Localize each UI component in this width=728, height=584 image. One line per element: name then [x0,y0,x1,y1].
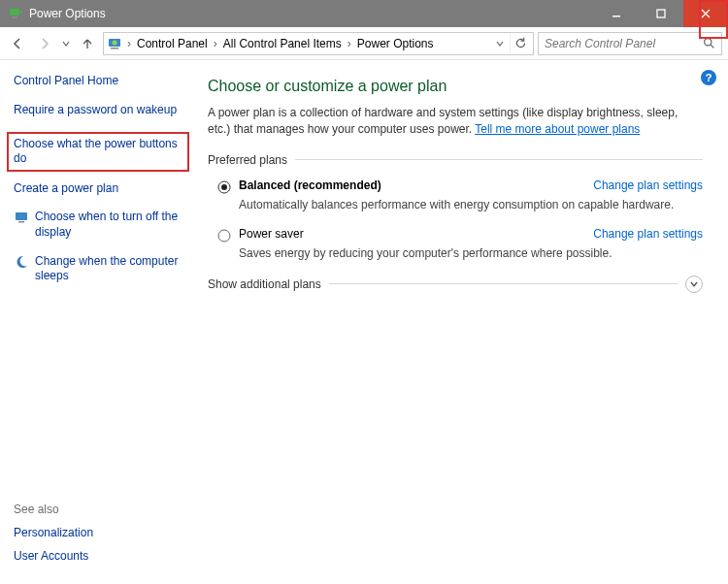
back-button[interactable] [6,32,29,55]
svg-rect-10 [16,212,27,220]
task-create-plan[interactable]: Create a power plan [14,181,182,197]
show-more-label: Show additional plans [208,277,321,291]
show-additional-plans[interactable]: Show additional plans [208,276,703,293]
refresh-button[interactable] [510,33,531,54]
svg-rect-7 [111,48,118,49]
section-label-text: Preferred plans [208,153,287,167]
svg-point-13 [221,184,227,190]
see-also-header: See also [14,503,182,516]
chevron-down-icon[interactable] [685,276,703,293]
svg-point-14 [218,230,230,242]
control-panel-home-link[interactable]: Control Panel Home [14,74,182,87]
display-icon [14,210,29,225]
task-power-buttons[interactable]: Choose what the power buttons do [7,132,189,172]
plan-name[interactable]: Power saver [239,227,304,241]
search-box[interactable] [538,32,722,55]
task-require-password[interactable]: Require a password on wakeup [14,103,182,118]
chevron-right-icon: › [212,37,219,50]
window-title: Power Options [29,7,106,20]
recent-locations-button[interactable] [60,40,72,48]
radio-unselected-icon[interactable] [217,229,231,243]
address-bar[interactable]: › Control Panel › All Control Panel Item… [103,32,534,55]
divider [329,283,678,284]
svg-rect-4 [657,10,665,17]
search-icon[interactable] [700,35,717,52]
see-also-personalization[interactable]: Personalization [14,526,182,539]
task-label: Require a password on wakeup [14,103,177,118]
moon-icon [14,254,29,270]
address-dropdown-button[interactable] [492,33,508,54]
change-plan-settings-link[interactable]: Change plan settings [593,178,703,192]
chevron-right-icon: › [346,37,353,50]
plan-description: Saves energy by reducing your computer's… [239,246,703,260]
titlebar: Power Options [0,0,728,27]
svg-rect-2 [12,16,17,18]
task-turn-off-display[interactable]: Choose when to turn off the display [14,210,182,240]
task-label: Change when the computer sleeps [35,254,182,284]
task-label: Choose what the power buttons do [14,137,182,167]
breadcrumb-item[interactable]: All Control Panel Items [221,37,344,50]
svg-point-6 [113,40,117,45]
page-heading: Choose or customize a power plan [208,78,703,95]
divider [295,159,703,160]
plan-name[interactable]: Balanced (recommended) [239,178,381,192]
plan-description: Automatically balances performance with … [239,198,703,211]
plan-power-saver: Power saver Change plan settings Saves e… [208,227,703,260]
search-input[interactable] [543,36,700,51]
svg-rect-0 [10,9,19,16]
svg-rect-11 [18,221,24,223]
svg-rect-1 [20,11,22,14]
forward-button[interactable] [33,32,56,55]
breadcrumb-item[interactable]: Power Options [355,37,436,50]
help-button[interactable]: ? [701,70,716,85]
control-panel-icon [108,36,123,51]
app-icon [8,6,23,21]
tell-me-more-link[interactable]: Tell me more about power plans [475,122,640,136]
close-button[interactable] [683,0,728,27]
intro-text: A power plan is a collection of hardware… [208,105,703,138]
svg-point-8 [704,39,711,46]
task-computer-sleeps[interactable]: Change when the computer sleeps [14,254,182,284]
preferred-plans-label: Preferred plans [208,153,703,167]
task-label: Create a power plan [14,181,118,197]
maximize-button[interactable] [639,0,683,27]
up-button[interactable] [76,32,99,55]
chevron-right-icon: › [125,37,133,50]
main-content: Choose or customize a power plan A power… [194,60,728,584]
minimize-button[interactable] [594,0,639,27]
task-label: Choose when to turn off the display [35,210,182,240]
breadcrumb-item[interactable]: Control Panel [135,37,210,50]
svg-rect-3 [612,16,620,17]
navbar: › Control Panel › All Control Panel Item… [0,27,728,60]
svg-line-9 [711,45,713,48]
left-panel: Control Panel Home Require a password on… [0,60,194,584]
see-also-user-accounts[interactable]: User Accounts [14,549,182,563]
radio-selected-icon[interactable] [217,180,231,194]
plan-balanced: Balanced (recommended) Change plan setti… [208,178,703,211]
change-plan-settings-link[interactable]: Change plan settings [593,227,703,241]
